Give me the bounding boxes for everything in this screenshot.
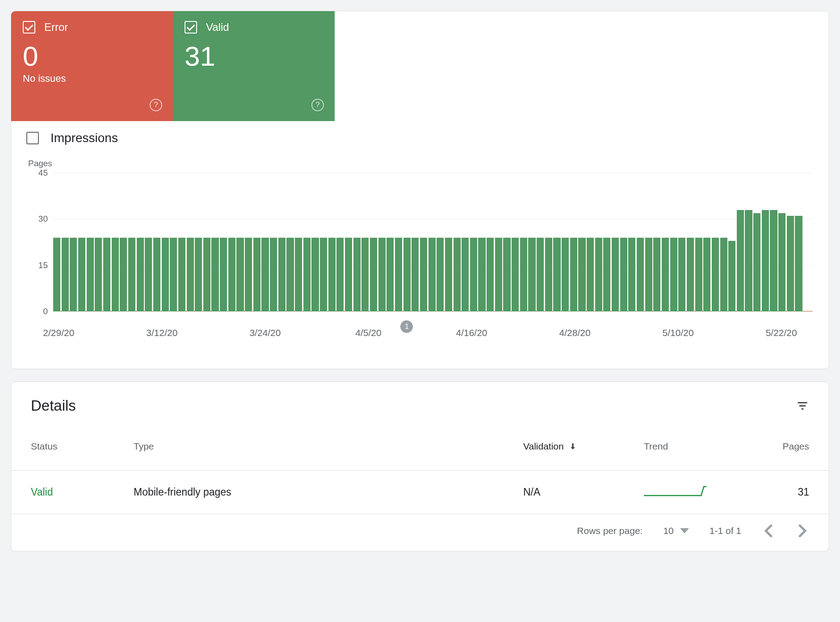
x-tick: 2/29/20	[43, 328, 74, 338]
bar	[361, 238, 369, 311]
checkbox-checked-icon[interactable]	[185, 21, 197, 34]
row-validation: N/A	[523, 486, 644, 498]
y-tick: 30	[27, 214, 48, 224]
bar	[587, 238, 594, 311]
bar	[412, 238, 419, 311]
error-tile-label: Error	[44, 21, 68, 34]
bar	[703, 238, 710, 311]
error-subtext: No issues	[23, 73, 161, 84]
help-icon[interactable]: ?	[150, 99, 162, 111]
status-tiles: Error 0 No issues ? Valid 31 ?	[11, 11, 829, 121]
prev-page-button[interactable]	[762, 524, 775, 538]
bar	[678, 238, 685, 311]
bar	[645, 238, 652, 311]
col-type[interactable]: Type	[134, 441, 523, 452]
bar	[470, 238, 477, 311]
bar	[653, 238, 660, 311]
bar	[203, 238, 210, 311]
bar	[386, 238, 394, 311]
valid-tile-label: Valid	[206, 21, 229, 34]
bar	[503, 238, 510, 311]
filter-icon[interactable]	[796, 399, 809, 412]
bar	[487, 238, 494, 311]
bar	[545, 238, 552, 311]
x-tick: 3/24/20	[249, 328, 281, 338]
help-icon[interactable]: ?	[311, 99, 324, 111]
bar	[745, 210, 752, 311]
y-axis-label: Pages	[28, 159, 813, 168]
col-status[interactable]: Status	[31, 441, 134, 452]
svg-rect-1	[799, 405, 806, 407]
details-card: Details Status Type Validation Trend Pag…	[11, 382, 829, 551]
bar	[378, 238, 386, 311]
svg-rect-0	[798, 402, 807, 403]
bar	[153, 238, 160, 311]
bar	[637, 238, 644, 311]
bar	[286, 238, 294, 311]
col-pages[interactable]: Pages	[751, 441, 809, 452]
x-tick: 5/22/20	[766, 328, 797, 338]
bar	[320, 238, 327, 311]
col-trend[interactable]: Trend	[644, 441, 751, 452]
bar	[520, 238, 527, 311]
bar	[395, 238, 402, 311]
bar	[603, 238, 610, 311]
bar	[553, 238, 560, 311]
checkbox-unchecked-icon[interactable]	[26, 132, 39, 144]
y-tick: 45	[27, 168, 48, 178]
bar	[162, 238, 169, 311]
bar	[178, 238, 185, 311]
bar	[437, 238, 444, 311]
arrow-down-icon	[568, 442, 577, 451]
bar	[228, 238, 235, 311]
row-pages: 31	[751, 486, 809, 498]
bar	[336, 238, 344, 311]
bar	[687, 238, 694, 311]
y-tick: 15	[27, 261, 48, 270]
checkbox-checked-icon[interactable]	[23, 21, 35, 34]
rows-per-page-select[interactable]: 10	[663, 525, 689, 536]
bar	[236, 238, 244, 311]
bar	[87, 238, 94, 311]
bar	[528, 238, 535, 311]
impressions-toggle-row: Impressions	[11, 121, 829, 145]
bar	[770, 210, 777, 311]
bar	[328, 238, 336, 311]
bar	[537, 238, 544, 311]
bar	[295, 238, 302, 311]
bar	[670, 238, 677, 311]
svg-rect-2	[802, 408, 804, 410]
bar	[787, 216, 794, 311]
table-row[interactable]: Valid Mobile-friendly pages N/A 31	[11, 471, 829, 514]
valid-count: 31	[185, 42, 323, 70]
valid-tile[interactable]: Valid 31 ?	[173, 11, 335, 121]
overview-card: Error 0 No issues ? Valid 31 ? Impressio…	[11, 11, 829, 369]
row-type: Mobile-friendly pages	[134, 486, 523, 498]
bar	[261, 238, 269, 311]
bar	[128, 238, 135, 311]
chevron-left-icon	[764, 525, 773, 537]
bar	[95, 238, 102, 311]
bar	[445, 238, 452, 311]
x-axis: 2/29/203/12/203/24/204/5/204/16/204/28/2…	[27, 328, 813, 349]
bar	[311, 238, 319, 311]
y-tick: 0	[27, 307, 48, 316]
bar	[428, 238, 436, 311]
bar	[278, 238, 286, 311]
impressions-label: Impressions	[50, 131, 118, 145]
bar	[795, 216, 802, 311]
bar	[462, 238, 469, 311]
bar	[662, 238, 669, 311]
next-page-button[interactable]	[796, 524, 809, 538]
table-header-row: Status Type Validation Trend Pages	[11, 422, 829, 471]
x-tick: 4/28/20	[559, 328, 591, 338]
bar	[620, 238, 627, 311]
bar	[728, 241, 735, 311]
bar	[712, 238, 719, 311]
x-tick: 5/10/20	[663, 328, 694, 338]
bar	[137, 238, 144, 311]
sparkline	[644, 485, 706, 497]
error-tile[interactable]: Error 0 No issues ?	[11, 11, 173, 121]
x-tick: 3/12/20	[146, 328, 177, 338]
col-validation[interactable]: Validation	[523, 441, 644, 452]
